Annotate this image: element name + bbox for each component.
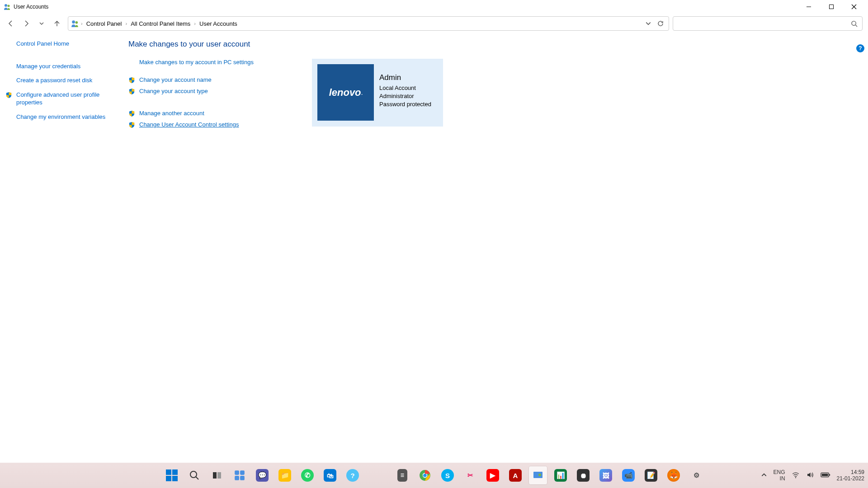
zoom-icon[interactable]: 📹: [619, 466, 637, 484]
photos-icon[interactable]: 🖼: [597, 466, 615, 484]
taskbar: 💬 📁 ✆ 🛍 ? ☰ S ✂ ▶ A 📊 ⏺ 🖼 📹 📝 🦊 ⚙ ENG IN…: [0, 463, 868, 488]
close-button[interactable]: [844, 0, 864, 14]
up-button[interactable]: [50, 16, 64, 31]
maximize-button[interactable]: [821, 0, 842, 14]
profile-name: Admin: [379, 72, 431, 83]
control-panel-icon[interactable]: [529, 466, 547, 484]
system-tray: ENG IN 14:59 21-01-2022: [761, 469, 864, 482]
snip-icon[interactable]: ✂: [461, 466, 479, 484]
svg-line-11: [196, 477, 198, 479]
window-title: User Accounts: [14, 4, 798, 10]
address-bar[interactable]: › Control Panel › All Control Panel Item…: [68, 16, 669, 31]
titlebar: User Accounts: [0, 0, 868, 14]
search-icon: [851, 20, 858, 27]
chrome-icon[interactable]: [416, 466, 434, 484]
chevron-right-icon: ›: [125, 21, 127, 26]
svg-rect-16: [235, 476, 239, 480]
help-button[interactable]: ?: [856, 44, 864, 52]
back-button[interactable]: [4, 16, 18, 31]
link-label: Change your account name: [139, 76, 212, 83]
whatsapp-icon[interactable]: ✆: [298, 466, 316, 484]
shield-icon: [128, 88, 135, 96]
svg-rect-14: [235, 470, 239, 475]
tray-overflow-icon[interactable]: [761, 472, 767, 479]
minimize-button[interactable]: [798, 0, 819, 14]
profile-picture: lenovo: [317, 64, 374, 121]
taskbar-search[interactable]: [185, 466, 203, 484]
breadcrumb-item[interactable]: User Accounts: [198, 19, 239, 28]
app-icon[interactable]: 📊: [552, 466, 570, 484]
refresh-icon[interactable]: [657, 20, 664, 27]
firefox-icon[interactable]: 🦊: [665, 466, 683, 484]
volume-icon[interactable]: [806, 471, 814, 480]
lang-secondary: IN: [774, 475, 785, 482]
svg-rect-26: [821, 474, 828, 476]
profile-account-type: Local Account: [379, 84, 431, 92]
clock[interactable]: 14:59 21-01-2022: [837, 469, 864, 482]
sidebar-link-env-vars[interactable]: Change my environment variables: [16, 113, 113, 121]
app-icon-2[interactable]: ⏺: [574, 466, 592, 484]
battery-icon[interactable]: [821, 472, 830, 479]
sidebar-link-profile-properties[interactable]: Configure advanced user profile properti…: [16, 91, 113, 107]
file-explorer-icon[interactable]: 📁: [276, 466, 294, 484]
link-change-type[interactable]: Change your account type: [139, 88, 289, 94]
link-manage-another[interactable]: Manage another account: [139, 110, 289, 117]
ms-store-icon[interactable]: 🛍: [321, 466, 339, 484]
sidebar-item-label: Configure advanced user profile properti…: [16, 91, 99, 106]
svg-point-1: [8, 5, 10, 7]
link-uac-settings[interactable]: Change User Account Control settings: [139, 121, 289, 128]
sidebar-link-home[interactable]: Control Panel Home: [16, 40, 113, 48]
chevron-right-icon: ›: [81, 21, 83, 26]
breadcrumb-icon: [71, 19, 79, 28]
svg-rect-17: [240, 476, 245, 480]
svg-point-7: [75, 21, 78, 24]
teams-icon[interactable]: 💬: [253, 466, 271, 484]
lang-primary: ENG: [774, 469, 785, 475]
sidebar: Control Panel Home Manage your credentia…: [0, 40, 127, 132]
svg-point-0: [5, 4, 7, 7]
shield-icon: [128, 122, 135, 130]
sidebar-link-password-reset[interactable]: Create a password reset disk: [16, 76, 113, 84]
language-indicator[interactable]: ENG IN: [774, 469, 785, 482]
user-accounts-icon: [4, 3, 11, 10]
acrobat-icon[interactable]: A: [506, 466, 524, 484]
profile-role: Administrator: [379, 92, 431, 100]
svg-rect-25: [829, 474, 830, 476]
skype-icon[interactable]: S: [439, 466, 457, 484]
youtube-icon[interactable]: ▶: [484, 466, 502, 484]
link-label: Change your account type: [139, 88, 208, 94]
sidebar-link-credentials[interactable]: Manage your credentials: [16, 62, 113, 70]
link-change-name[interactable]: Change your account name: [139, 76, 289, 83]
notes-icon[interactable]: 📝: [642, 466, 660, 484]
profile-protection: Password protected: [379, 100, 431, 108]
link-label: Change User Account Control settings: [139, 121, 239, 128]
chevron-down-icon[interactable]: [645, 20, 651, 27]
svg-rect-15: [240, 470, 245, 475]
breadcrumb-item[interactable]: All Control Panel Items: [129, 19, 192, 28]
widgets-icon[interactable]: [231, 466, 249, 484]
main-content: Make changes to your user account Make c…: [127, 40, 868, 132]
recent-dropdown[interactable]: [34, 16, 49, 31]
settings-icon[interactable]: ⚙: [687, 466, 705, 484]
get-help-icon[interactable]: ?: [344, 466, 362, 484]
forward-button[interactable]: [19, 16, 33, 31]
breadcrumb-item[interactable]: Control Panel: [85, 19, 124, 28]
svg-point-22: [538, 474, 541, 476]
shield-icon: [5, 92, 12, 101]
svg-point-23: [795, 477, 796, 478]
profile-card: lenovo Admin Local Account Administrator…: [312, 59, 443, 127]
search-box[interactable]: [673, 16, 863, 31]
svg-point-6: [72, 20, 75, 23]
calculator-icon[interactable]: ☰: [393, 466, 411, 484]
profile-brand-text: lenovo: [329, 87, 363, 99]
nav-row: › Control Panel › All Control Panel Item…: [0, 14, 868, 33]
chevron-right-icon: ›: [194, 21, 196, 26]
clock-date: 21-01-2022: [837, 475, 864, 482]
svg-rect-12: [213, 472, 217, 479]
wifi-icon[interactable]: [792, 471, 800, 480]
link-pc-settings[interactable]: Make changes to my account in PC setting…: [139, 59, 289, 66]
svg-rect-13: [217, 472, 221, 479]
start-button[interactable]: [163, 466, 181, 484]
task-view-icon[interactable]: [208, 466, 226, 484]
link-label: Manage another account: [139, 110, 204, 117]
